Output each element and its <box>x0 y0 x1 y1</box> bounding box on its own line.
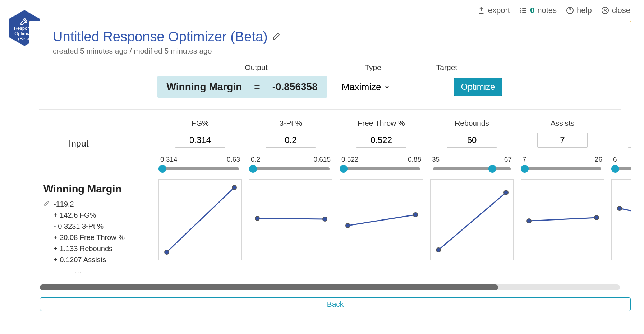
horizontal-scrollbar[interactable] <box>40 284 620 290</box>
svg-line-14 <box>438 192 506 250</box>
scrollbar-thumb[interactable] <box>40 284 498 290</box>
input-name: FG% <box>192 119 209 130</box>
input-column: Rebounds3567 <box>427 119 517 260</box>
input-value[interactable] <box>628 133 631 148</box>
help-button[interactable]: help <box>566 6 592 15</box>
response-plot <box>158 179 242 260</box>
label-type: Type <box>339 63 407 72</box>
export-button[interactable]: export <box>477 6 510 15</box>
input-column: Turnove6 <box>608 119 631 260</box>
input-row-label: Input <box>39 138 155 149</box>
svg-line-20 <box>620 208 631 223</box>
input-value[interactable] <box>175 133 225 148</box>
input-slider[interactable] <box>249 165 332 173</box>
edit-title-button[interactable] <box>272 32 281 42</box>
svg-line-8 <box>257 218 325 219</box>
formula-l2: - 0.3231 3-Pt % <box>43 221 155 232</box>
input-slider[interactable] <box>611 165 631 173</box>
main-card: Untitled Response Optimizer (Beta) creat… <box>29 21 631 324</box>
svg-point-12 <box>346 223 350 228</box>
formula-more: ... <box>43 265 155 277</box>
help-label: help <box>577 6 592 15</box>
input-slider[interactable] <box>521 165 604 173</box>
notes-label: notes <box>537 6 557 15</box>
formula-l1: + 142.6 FG% <box>43 210 155 221</box>
input-max: 26 <box>595 156 602 163</box>
back-button[interactable]: Back <box>40 297 631 311</box>
input-value[interactable] <box>266 133 316 148</box>
input-slider[interactable] <box>340 165 423 173</box>
input-max: 67 <box>504 156 512 163</box>
formula-l5: + 0.1207 Assists <box>43 254 155 265</box>
close-button[interactable]: close <box>601 6 630 15</box>
wrench-icon <box>20 17 29 26</box>
input-name: Assists <box>551 119 575 130</box>
input-value[interactable] <box>537 133 588 148</box>
input-column: 3-Pt %0.20.615 <box>245 119 336 260</box>
notes-count: 0 <box>530 6 534 15</box>
input-value[interactable] <box>447 133 497 148</box>
svg-line-5 <box>167 187 234 252</box>
optimize-button[interactable]: Optimize <box>454 78 503 96</box>
edit-formula-button[interactable] <box>43 199 50 210</box>
input-min: 7 <box>523 156 526 163</box>
svg-point-2 <box>520 12 521 13</box>
formula: -119.2 + 142.6 FG% - 0.3231 3-Pt % + 20.… <box>39 199 155 277</box>
page-title: Untitled Response Optimizer (Beta) <box>53 29 268 45</box>
page-subtitle: created 5 minutes ago / modified 5 minut… <box>29 47 631 55</box>
response-name: Winning Margin <box>39 183 155 195</box>
export-label: export <box>488 6 510 15</box>
input-max: 0.615 <box>313 156 331 163</box>
output-name: Winning Margin <box>167 81 242 93</box>
input-name: 3-Pt % <box>279 119 302 130</box>
top-action-bar: export 0 notes help close <box>477 6 630 15</box>
svg-point-6 <box>165 250 169 254</box>
svg-line-17 <box>529 218 597 221</box>
help-icon <box>566 6 574 14</box>
notes-icon <box>519 6 527 14</box>
svg-point-7 <box>232 185 236 190</box>
response-plot <box>611 179 631 260</box>
svg-point-1 <box>520 10 521 11</box>
svg-point-21 <box>617 206 622 210</box>
response-plot <box>430 179 514 260</box>
svg-point-0 <box>520 8 521 9</box>
export-icon <box>477 6 485 14</box>
input-min: 35 <box>432 156 440 163</box>
close-icon <box>601 6 609 14</box>
notes-button[interactable]: 0 notes <box>519 6 557 15</box>
type-select[interactable]: Maximize <box>337 79 390 95</box>
input-column: Free Throw %0.5220.88 <box>336 119 427 260</box>
response-plot <box>340 179 423 260</box>
input-min: 6 <box>613 156 617 163</box>
svg-point-19 <box>594 215 599 220</box>
svg-point-9 <box>255 216 259 221</box>
output-chip: Winning Margin = -0.856358 <box>157 76 327 98</box>
svg-point-15 <box>436 248 441 252</box>
svg-point-13 <box>413 213 418 217</box>
label-output: Output <box>174 63 339 72</box>
input-max: 0.63 <box>227 156 240 163</box>
input-value[interactable] <box>356 133 406 148</box>
formula-l4: + 1.133 Rebounds <box>43 243 155 254</box>
input-name: Rebounds <box>455 119 489 130</box>
input-column: FG%0.3140.63 <box>155 119 245 260</box>
input-slider[interactable] <box>158 165 242 173</box>
response-plot <box>249 179 332 260</box>
input-min: 0.314 <box>160 156 178 163</box>
svg-point-18 <box>527 219 531 223</box>
input-max: 0.88 <box>408 156 421 163</box>
svg-point-10 <box>323 217 327 221</box>
output-eq: = <box>254 81 260 93</box>
response-plot <box>521 179 604 260</box>
input-min: 0.2 <box>251 156 260 163</box>
input-name: Free Throw % <box>358 119 405 130</box>
formula-l3: + 20.08 Free Throw % <box>43 232 155 243</box>
input-min: 0.522 <box>341 156 359 163</box>
close-label: close <box>612 6 630 15</box>
section-labels: Output Type Target <box>29 63 631 72</box>
label-target: Target <box>407 63 486 72</box>
svg-point-16 <box>504 190 508 195</box>
svg-line-11 <box>348 215 415 226</box>
input-slider[interactable] <box>430 165 514 173</box>
